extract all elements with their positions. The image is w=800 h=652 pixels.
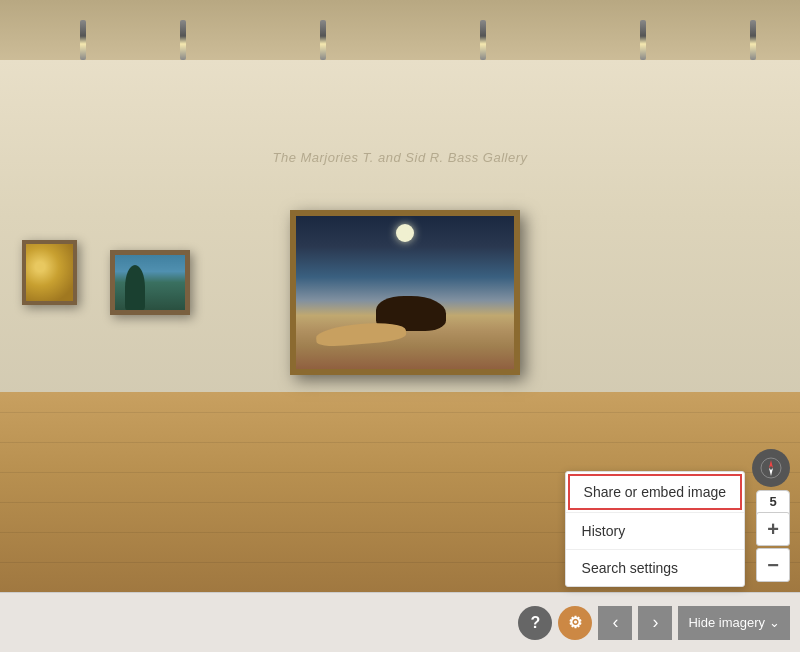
zoom-controls: + − bbox=[756, 512, 790, 582]
context-menu: Share or embed image History Search sett… bbox=[565, 471, 745, 587]
hide-imagery-label: Hide imagery bbox=[688, 615, 765, 630]
painting-main-large bbox=[290, 210, 520, 375]
painting-1-canvas bbox=[26, 244, 73, 301]
ceiling-light bbox=[80, 20, 86, 60]
share-embed-menu-item[interactable]: Share or embed image bbox=[568, 474, 742, 510]
painting-small-left bbox=[22, 240, 77, 305]
painting-figure bbox=[315, 320, 406, 348]
prev-button[interactable]: ‹ bbox=[598, 606, 632, 640]
compass-button[interactable] bbox=[752, 449, 790, 487]
zoom-out-button[interactable]: − bbox=[756, 548, 790, 582]
painting-landscape bbox=[110, 250, 190, 315]
floor-grain bbox=[0, 412, 800, 413]
painting-3-canvas bbox=[296, 216, 514, 369]
painting-2-canvas bbox=[115, 255, 185, 310]
ceiling-light bbox=[320, 20, 326, 60]
zoom-in-button[interactable]: + bbox=[756, 512, 790, 546]
ceiling-light bbox=[750, 20, 756, 60]
compass-icon bbox=[760, 457, 782, 479]
painting-2-tree bbox=[125, 265, 145, 310]
ceiling-light bbox=[640, 20, 646, 60]
ceiling-light bbox=[180, 20, 186, 60]
street-number-line1: 5 bbox=[757, 493, 789, 511]
bottom-toolbar: ? ⚙ ‹ › Hide imagery ⌄ bbox=[0, 592, 800, 652]
painting-moon bbox=[396, 224, 414, 242]
hide-imagery-button[interactable]: Hide imagery ⌄ bbox=[678, 606, 790, 640]
gallery-view: The Marjories T. and Sid R. Bass Gallery… bbox=[0, 0, 800, 652]
history-menu-item[interactable]: History bbox=[566, 513, 744, 549]
search-settings-menu-item[interactable]: Search settings bbox=[566, 550, 744, 586]
floor-grain bbox=[0, 442, 800, 443]
gallery-name-text: The Marjories T. and Sid R. Bass Gallery bbox=[0, 150, 800, 165]
settings-button[interactable]: ⚙ bbox=[558, 606, 592, 640]
hide-chevron-icon: ⌄ bbox=[769, 615, 780, 630]
next-button[interactable]: › bbox=[638, 606, 672, 640]
help-button[interactable]: ? bbox=[518, 606, 552, 640]
ceiling-light bbox=[480, 20, 486, 60]
